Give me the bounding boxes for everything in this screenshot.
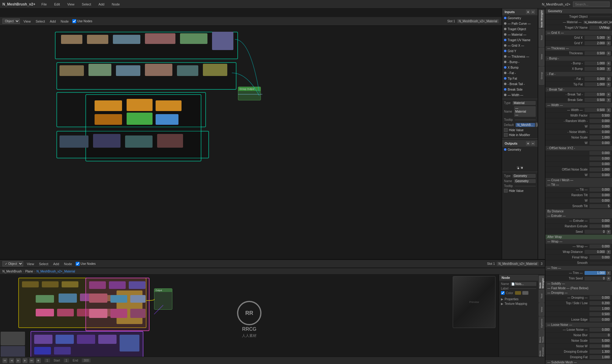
node-block-14[interactable] [127,99,153,111]
default-value[interactable]: N_MeshB... [516,123,535,127]
properties-expand[interactable]: ▶ Properties [499,297,538,301]
use-nodes-toggle[interactable]: Use Nodes [72,19,92,23]
input-bump[interactable]: - Bump - [502,59,538,65]
sg-node-1[interactable] [22,281,39,287]
breadcrumb-item-2[interactable]: Plane [25,270,33,273]
node-block-18[interactable] [156,114,178,125]
prop-trim[interactable]: 1.000 [585,271,606,275]
shader-node-menu[interactable]: Node [63,261,73,266]
node-block-13[interactable] [95,100,122,111]
tab-tool-shader[interactable]: Tool [539,290,544,303]
sp-node-9[interactable] [130,309,146,318]
node-block-22[interactable] [157,134,183,148]
menu-node[interactable]: Node [110,2,121,7]
prop-random-tilt[interactable]: 0.000 [589,193,611,197]
prop-random-extrude[interactable]: 0.000 [589,224,611,228]
hide-value-checkbox[interactable] [504,128,508,132]
sg-node-9[interactable] [57,309,74,316]
prop-w3[interactable]: 0.000 [589,173,611,177]
prop-width-add[interactable]: + [607,108,611,112]
menu-view[interactable]: View [66,2,76,7]
prop-offset-y[interactable]: 0.000 [589,157,611,160]
prop-x-bump[interactable]: 0.000 [585,67,606,71]
prop-tilt[interactable]: 0.000 [589,188,611,192]
tab-tool-top[interactable]: Tool [539,29,544,47]
prop-trim-seed[interactable]: 0 [585,276,606,280]
pp-node-3[interactable] [77,335,95,344]
node-label-field[interactable] [509,288,536,289]
pp-node-2[interactable] [56,335,74,344]
pp-node-5[interactable] [120,335,139,351]
shader-view-menu[interactable]: View [26,261,35,266]
input-fat[interactable]: - Fat - [502,70,538,76]
output-name-field[interactable]: Geometry [514,179,536,183]
sg-node-3[interactable] [62,281,78,287]
prop-trim-seed-add[interactable]: + [607,276,611,281]
hide-value-row[interactable]: Hide Value [502,128,538,132]
prop-thickness-add[interactable]: + [607,51,611,56]
prop-uv-name[interactable]: UVMap [589,26,611,30]
menu-add[interactable]: Add [97,2,106,7]
input-break-side[interactable]: Break Side [502,87,538,92]
input-target-object[interactable]: Traget Object [502,26,538,32]
input-name-field[interactable]: — Material — [514,106,536,117]
skip-start-btn[interactable]: ⏮ [2,358,7,363]
input-tip-fat[interactable]: Tip Fat [502,76,538,81]
sp-node-8[interactable] [110,309,127,318]
node-block-4[interactable] [145,33,175,44]
tab-group-top[interactable]: Group [539,67,544,85]
pp-node-4[interactable] [98,335,117,344]
tab-view-shader[interactable]: View [539,303,544,316]
prop-bump[interactable]: 1.000 [585,61,606,65]
skip-end-btn[interactable]: ⏭ [29,358,34,363]
prev-frame-btn[interactable]: ◀ [9,358,14,363]
node-name-field[interactable]: 📄 Nois... [510,282,536,286]
prop-final-wrap[interactable]: 0.000 [589,255,611,259]
input-width[interactable]: — Width — [502,92,538,98]
node-block-20[interactable] [93,134,121,148]
prop-tip-fat[interactable]: 1.000 [585,82,606,86]
shader-canvas[interactable]: Output [0,275,499,357]
pp-node-1[interactable] [34,335,52,344]
color-checkbox[interactable] [501,291,505,295]
prop-wrap-distance[interactable]: 0.000 [585,250,606,254]
prop-noise-w[interactable]: 0.000 [589,344,611,348]
node-block-1[interactable] [61,35,82,44]
prop-seed-add[interactable]: + [607,230,611,234]
prop-noise-scale-2[interactable]: 5.000 [589,339,611,343]
prop-offset-x[interactable]: 0.000 [589,151,611,155]
prop-fat-add[interactable]: + [607,77,611,81]
prop-bump-add[interactable]: + [607,61,611,66]
tab-node-preview[interactable]: Node Preview [539,344,544,357]
breadcrumb-item-1[interactable]: N_MeshBrush [2,270,22,273]
breadcrumb-item-3[interactable]: N_MeshBrush_v2+_Material [37,270,75,273]
sg-node-4[interactable] [36,295,54,303]
output-node[interactable]: Output [154,288,172,310]
prop-drooping-fat[interactable]: 1.000 [589,355,611,359]
sp-node-7[interactable] [89,309,107,318]
prop-drooping-2[interactable]: 1.000 [589,307,611,311]
node-block-10[interactable] [145,64,172,76]
node-network-canvas[interactable]: Group Output [0,26,502,259]
input-material[interactable]: — Material — [502,32,538,37]
node-block-6[interactable] [212,32,233,50]
prop-thickness[interactable]: 0.500 [585,51,606,55]
view-menu[interactable]: View [22,19,32,24]
prop-break-tail[interactable]: 0.500 [585,92,606,96]
shader-use-nodes-toggle[interactable]: Use Nodes [76,262,95,266]
prop-grid-x[interactable]: 5.000 [585,36,606,40]
input-tooltip-field[interactable] [515,120,536,120]
prop-random-width[interactable]: 0.000 [589,119,611,123]
node-menu[interactable]: Node [59,19,70,24]
preview-2[interactable] [1,346,25,357]
shader-select-menu[interactable]: Select [38,261,50,266]
node-block-output[interactable]: Group Output [238,87,261,100]
out-hide-value-checkbox[interactable] [504,189,508,193]
material-name-top[interactable]: N_MeshBrush_v2+_Material [457,19,499,23]
add-menu[interactable]: Add [49,19,57,24]
prop-noise-width[interactable]: 0.000 [589,130,611,134]
input-grid-x[interactable]: — Grid X — [502,43,538,48]
node-block-17[interactable] [127,113,153,125]
tab-options-shader[interactable]: Options [539,317,544,330]
prop-grid-x-add[interactable]: + [607,36,611,40]
